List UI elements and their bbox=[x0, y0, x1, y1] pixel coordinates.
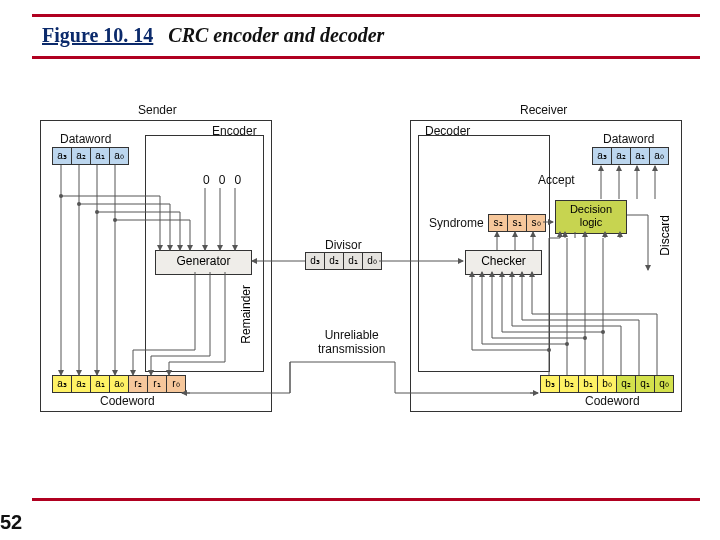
receiver-codeword: b₃ b₂ b₁ b₀ q₂ q₁ q₀ bbox=[540, 375, 674, 393]
cw-a3: a₃ bbox=[53, 376, 72, 392]
codeword-label-left: Codeword bbox=[100, 394, 155, 408]
divisor-label: Divisor bbox=[325, 238, 362, 252]
bit-a2: a₂ bbox=[72, 148, 91, 164]
bit-s0: s₀ bbox=[527, 215, 545, 231]
encoder-label: Encoder bbox=[212, 124, 257, 138]
cw-b0: b₀ bbox=[598, 376, 616, 392]
dataword-label-left: Dataword bbox=[60, 132, 111, 146]
cw-q0: q₀ bbox=[655, 376, 673, 392]
sender-dataword: a₃ a₂ a₁ a₀ bbox=[52, 147, 129, 165]
checker-box: Checker bbox=[465, 250, 542, 275]
bit-s1: s₁ bbox=[508, 215, 527, 231]
syndrome-label: Syndrome bbox=[429, 216, 484, 230]
cw-r2: r₂ bbox=[129, 376, 148, 392]
accept-label: Accept bbox=[538, 173, 575, 187]
discard-label: Discard bbox=[658, 215, 672, 256]
figure-caption: CRC encoder and decoder bbox=[168, 24, 384, 46]
sender-codeword: a₃ a₂ a₁ a₀ r₂ r₁ r₀ bbox=[52, 375, 186, 393]
dataword-label-right: Dataword bbox=[603, 132, 654, 146]
bit-a3: a₃ bbox=[53, 148, 72, 164]
sender-codeword-r: r₂ r₁ r₀ bbox=[129, 375, 186, 393]
mid-rule bbox=[32, 56, 700, 59]
sender-label: Sender bbox=[138, 103, 177, 117]
bit-d2: d₂ bbox=[325, 253, 344, 269]
bit-d1: d₁ bbox=[344, 253, 363, 269]
top-rule bbox=[32, 14, 700, 17]
sender-codeword-a: a₃ a₂ a₁ a₀ bbox=[52, 375, 129, 393]
cw-q2: q₂ bbox=[617, 376, 636, 392]
decoder-label: Decoder bbox=[425, 124, 470, 138]
diagram: Sender Receiver Encoder Decoder Dataword… bbox=[40, 100, 680, 430]
bit-d0: d₀ bbox=[363, 253, 381, 269]
remainder-label: Remainder bbox=[239, 285, 253, 344]
unreliable-label: Unreliable transmission bbox=[318, 328, 385, 356]
bit-a0r: a₀ bbox=[650, 148, 668, 164]
syndrome-bits: s₂ s₁ s₀ bbox=[488, 214, 546, 232]
bottom-rule bbox=[32, 498, 700, 501]
cw-q1: q₁ bbox=[636, 376, 655, 392]
cw-r1: r₁ bbox=[148, 376, 167, 392]
bit-s2: s₂ bbox=[489, 215, 508, 231]
cw-b2: b₂ bbox=[560, 376, 579, 392]
bit-a0: a₀ bbox=[110, 148, 128, 164]
receiver-dataword: a₃ a₂ a₁ a₀ bbox=[592, 147, 669, 165]
zero-pad: 000 bbox=[203, 173, 250, 187]
cw-a1: a₁ bbox=[91, 376, 110, 392]
bit-a2r: a₂ bbox=[612, 148, 631, 164]
page-number: 52 bbox=[0, 511, 22, 534]
cw-b3: b₃ bbox=[541, 376, 560, 392]
cw-b1: b₁ bbox=[579, 376, 598, 392]
bit-a1: a₁ bbox=[91, 148, 110, 164]
bit-d3: d₃ bbox=[306, 253, 325, 269]
bit-a1r: a₁ bbox=[631, 148, 650, 164]
figure-title: Figure 10. 14 CRC encoder and decoder bbox=[42, 24, 384, 47]
cw-r0: r₀ bbox=[167, 376, 185, 392]
generator-box: Generator bbox=[155, 250, 252, 275]
figure-number: Figure 10. 14 bbox=[42, 24, 153, 46]
divisor-bits: d₃ d₂ d₁ d₀ bbox=[305, 252, 382, 270]
decision-box: Decision logic bbox=[555, 200, 627, 234]
receiver-codeword-b: b₃ b₂ b₁ b₀ bbox=[540, 375, 617, 393]
receiver-label: Receiver bbox=[520, 103, 567, 117]
cw-a2: a₂ bbox=[72, 376, 91, 392]
bit-a3r: a₃ bbox=[593, 148, 612, 164]
codeword-label-right: Codeword bbox=[585, 394, 640, 408]
receiver-codeword-q: q₂ q₁ q₀ bbox=[617, 375, 674, 393]
cw-a0: a₀ bbox=[110, 376, 128, 392]
